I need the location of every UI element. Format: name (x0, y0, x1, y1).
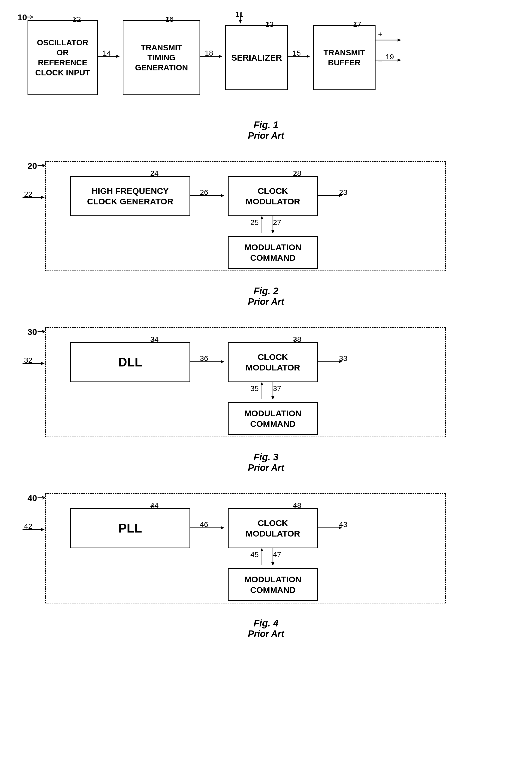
clock-mod-block-48: CLOCKMODULATOR (228, 508, 318, 548)
ref-42: 42 (24, 522, 32, 531)
fig4-diag-arrow (38, 495, 47, 500)
ref-47: 47 (273, 550, 281, 559)
fig3-subtitle: Prior Art (15, 463, 517, 473)
tick-24 (151, 172, 159, 177)
ref-27: 27 (273, 218, 281, 227)
clock-mod-block-38: CLOCKMODULATOR (228, 342, 318, 382)
svg-line-11 (266, 23, 269, 26)
svg-marker-63 (260, 548, 263, 551)
tick-48 (294, 504, 301, 509)
fig1-title: Fig. 1 (15, 120, 517, 131)
fig3-section: 30 32 DLL 34 36 CLOCKMODULATOR 3 (15, 322, 517, 473)
tick-17 (354, 23, 362, 26)
ref-22: 22 (24, 190, 32, 199)
fig2-diag-arrow (38, 163, 47, 168)
fig2-diag-num: 20 (28, 161, 37, 171)
svg-line-54 (151, 504, 154, 508)
svg-line-14 (354, 23, 356, 26)
arrow-up-35 (259, 382, 264, 402)
arrow-46 (190, 525, 228, 530)
svg-marker-5 (116, 55, 120, 58)
arrow-up-45 (259, 548, 264, 568)
ref-43: 43 (339, 520, 347, 529)
fig3-diag-num: 30 (28, 327, 37, 337)
fig4-label: Fig. 4 Prior Art (15, 618, 517, 639)
svg-marker-46 (271, 396, 274, 400)
fig4-diag-num: 40 (28, 493, 37, 503)
arrow-36 (190, 359, 228, 364)
svg-line-3 (74, 17, 76, 21)
minus-label: − (378, 58, 383, 66)
fig4-subtitle: Prior Art (15, 629, 517, 639)
ref-33: 33 (339, 354, 347, 363)
fig3-label: Fig. 3 Prior Art (15, 452, 517, 473)
fig3-diag-arrow (38, 329, 47, 334)
svg-marker-18 (397, 59, 401, 62)
ref-45: 45 (250, 550, 259, 559)
serializer-block: SERIALIZER (225, 25, 288, 90)
svg-marker-10 (239, 20, 242, 24)
dll-block: DLL (70, 342, 190, 382)
fig2-subtitle: Prior Art (15, 296, 517, 307)
ref-19: 19 (385, 52, 394, 61)
ref-32: 32 (24, 356, 32, 364)
svg-marker-38 (41, 362, 45, 365)
fig1-label: Fig. 1 Prior Art (15, 120, 517, 141)
ref-37: 37 (273, 384, 281, 393)
svg-marker-23 (41, 196, 45, 199)
svg-line-24 (151, 172, 154, 176)
tick-44 (151, 504, 159, 509)
ref-26: 26 (200, 188, 208, 197)
arrow-11 (238, 12, 243, 25)
ref-23: 23 (339, 188, 347, 197)
mod-command-block-4: MODULATIONCOMMAND (228, 568, 318, 601)
svg-line-6 (166, 17, 169, 21)
fig4-section: 40 42 PLL 44 46 CLOCKMODULATOR 4 (15, 488, 517, 639)
svg-marker-56 (221, 526, 224, 529)
ref-15: 15 (293, 49, 301, 57)
svg-marker-53 (41, 528, 45, 531)
fig1-subtitle: Prior Art (15, 131, 517, 141)
svg-marker-61 (271, 562, 274, 566)
ref-46: 46 (200, 520, 208, 529)
mod-command-block-2: MODULATIONCOMMAND (228, 236, 318, 269)
arrow-up-25 (259, 216, 264, 236)
svg-marker-31 (271, 230, 274, 234)
fig2-title: Fig. 2 (15, 286, 517, 296)
svg-marker-26 (221, 194, 224, 197)
plus-label: + (378, 30, 383, 39)
svg-marker-33 (260, 216, 263, 219)
pll-block: PLL (70, 508, 190, 548)
svg-marker-16 (397, 39, 401, 42)
ref-35: 35 (250, 384, 259, 393)
hf-clock-gen-block: HIGH FREQUENCYCLOCK GENERATOR (70, 176, 190, 216)
svg-marker-13 (307, 55, 310, 58)
tick-16 (166, 17, 174, 21)
fig3-title: Fig. 3 (15, 452, 517, 463)
svg-marker-41 (221, 360, 224, 363)
svg-marker-48 (260, 382, 263, 385)
svg-line-42 (294, 337, 296, 342)
svg-line-57 (294, 504, 296, 508)
ref-36: 36 (200, 354, 208, 363)
fig2-label: Fig. 2 Prior Art (15, 286, 517, 307)
fig1-section: 10 OSCILLATORORREFERENCECLOCK INPUT 12 1… (15, 10, 517, 141)
ref-18: 18 (205, 49, 213, 57)
transmit-timing-block: TRANSMITTIMINGGENERATION (123, 20, 200, 95)
tick-28 (294, 172, 301, 177)
tick-34 (151, 337, 159, 343)
svg-marker-8 (219, 55, 222, 58)
fig4-title: Fig. 4 (15, 618, 517, 629)
ref-25: 25 (250, 218, 259, 227)
arrow-26 (190, 193, 228, 198)
ref-14: 14 (103, 49, 111, 57)
transmit-buffer-block: TRANSMITBUFFER (313, 25, 376, 90)
mod-command-block-3: MODULATIONCOMMAND (228, 402, 318, 435)
fig2-section: 20 22 HIGH FREQUENCYCLOCK GENERATOR 24 2… (15, 156, 517, 307)
oscillator-block: OSCILLATORORREFERENCECLOCK INPUT (28, 20, 98, 95)
tick-38 (294, 337, 301, 343)
clock-mod-block-28: CLOCKMODULATOR (228, 176, 318, 216)
svg-line-39 (151, 337, 154, 342)
tick-12 (74, 17, 81, 21)
fig1-diag-arrow (26, 14, 36, 20)
